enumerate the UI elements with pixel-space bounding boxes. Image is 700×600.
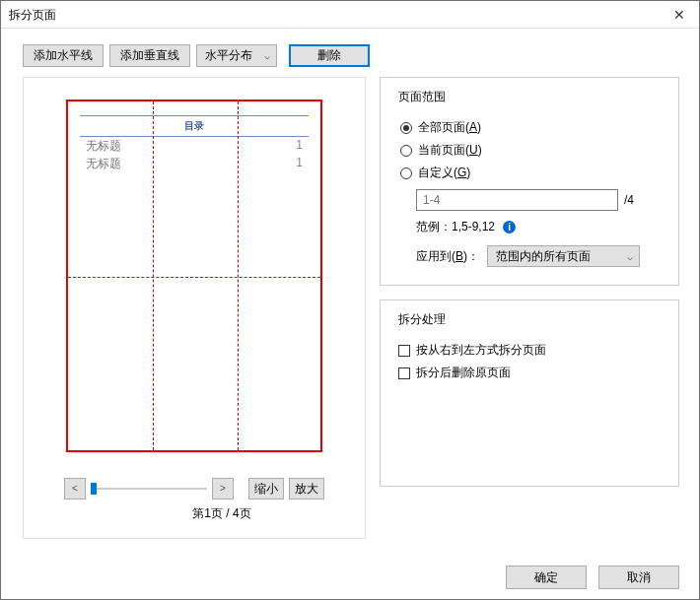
cancel-button[interactable]: 取消 xyxy=(598,566,679,589)
close-icon[interactable]: ✕ xyxy=(660,1,699,29)
page-indicator: 第1页 / 4页 xyxy=(192,505,250,522)
preview-pane: 目录 无标题1 无标题1 < > 缩小 放大 第1页 / 4页 xyxy=(23,77,366,539)
next-page-button[interactable]: > xyxy=(212,478,234,500)
checkbox-icon xyxy=(398,367,410,379)
page-preview[interactable]: 目录 无标题1 无标题1 xyxy=(66,100,322,452)
doc-title: 目录 xyxy=(80,119,309,133)
radio-current-page[interactable]: 当前页面(U) xyxy=(400,142,659,159)
distribution-label: 水平分布 xyxy=(205,45,252,66)
split-line-horizontal[interactable] xyxy=(68,277,320,278)
page-range-fieldset: 页面范围 全部页面(A) 当前页面(U) 自定义(G) /4 范例：1,5-9,… xyxy=(380,77,679,286)
radio-icon xyxy=(400,122,412,134)
split-line-vertical[interactable] xyxy=(238,101,239,450)
ok-button[interactable]: 确定 xyxy=(506,566,587,589)
info-icon[interactable]: i xyxy=(503,221,516,233)
radio-all-pages[interactable]: 全部页面(A) xyxy=(400,119,659,136)
toolbar: 添加水平线 添加垂直线 水平分布 ⌵ 删除 xyxy=(1,29,699,77)
chevron-down-icon: ⌵ xyxy=(627,251,633,262)
prev-page-button[interactable]: < xyxy=(64,478,86,500)
apply-to-label: 应用到(B)： xyxy=(416,248,479,265)
apply-to-select[interactable]: 范围内的所有页面 ⌵ xyxy=(487,245,640,267)
page-range-input[interactable] xyxy=(416,189,618,211)
slider-thumb[interactable] xyxy=(91,483,97,495)
chevron-down-icon: ⌵ xyxy=(264,45,270,66)
zoom-in-button[interactable]: 放大 xyxy=(289,478,324,500)
radio-custom[interactable]: 自定义(G) xyxy=(400,165,659,181)
checkbox-delete-original[interactable]: 拆分后删除原页面 xyxy=(398,365,661,381)
doc-content: 目录 无标题1 无标题1 xyxy=(80,115,309,173)
checkbox-icon xyxy=(398,345,410,357)
split-process-fieldset: 拆分处理 按从右到左方式拆分页面 拆分后删除原页面 xyxy=(380,300,679,487)
nav-row: < > 缩小 放大 xyxy=(64,478,324,500)
example-label: 范例：1,5-9,12 xyxy=(416,219,495,235)
titlebar: 拆分页面 ✕ xyxy=(1,1,699,29)
distribution-select[interactable]: 水平分布 ⌵ xyxy=(196,44,277,67)
delete-button[interactable]: 删除 xyxy=(289,44,370,67)
page-total: /4 xyxy=(624,193,634,207)
radio-icon xyxy=(400,167,412,179)
zoom-out-button[interactable]: 缩小 xyxy=(248,478,284,500)
page-slider[interactable] xyxy=(91,488,207,490)
checkbox-rtl[interactable]: 按从右到左方式拆分页面 xyxy=(398,342,661,359)
window-title: 拆分页面 xyxy=(9,1,56,29)
page-range-legend: 页面范围 xyxy=(394,89,450,105)
split-process-legend: 拆分处理 xyxy=(394,311,450,328)
add-vertical-line-button[interactable]: 添加垂直线 xyxy=(109,44,190,67)
add-horizontal-line-button[interactable]: 添加水平线 xyxy=(23,44,104,67)
split-line-vertical[interactable] xyxy=(153,101,154,450)
radio-icon xyxy=(400,145,412,157)
dialog-footer: 确定 取消 xyxy=(506,566,679,589)
